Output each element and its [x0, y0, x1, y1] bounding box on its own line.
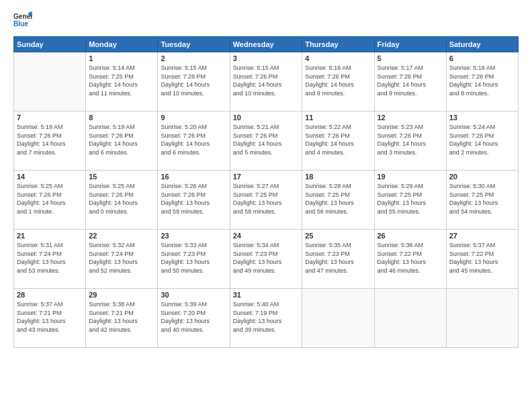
col-header-saturday: Saturday	[446, 37, 518, 52]
day-number: 8	[89, 113, 154, 122]
day-info: Sunrise: 5:25 AM Sunset: 7:26 PM Dayligh…	[89, 182, 154, 216]
day-info: Sunrise: 5:19 AM Sunset: 7:26 PM Dayligh…	[89, 123, 154, 156]
day-number: 26	[378, 232, 443, 240]
day-info: Sunrise: 5:19 AM Sunset: 7:26 PM Dayligh…	[17, 123, 83, 156]
day-number: 24	[233, 232, 299, 240]
day-info: Sunrise: 5:17 AM Sunset: 7:26 PM Dayligh…	[378, 64, 443, 97]
calendar-cell: 21Sunrise: 5:31 AM Sunset: 7:24 PM Dayli…	[14, 230, 86, 289]
day-number: 1	[89, 54, 154, 62]
calendar-cell: 8Sunrise: 5:19 AM Sunset: 7:26 PM Daylig…	[86, 111, 158, 171]
calendar-cell	[374, 289, 446, 348]
calendar-cell: 19Sunrise: 5:29 AM Sunset: 7:25 PM Dayli…	[374, 171, 446, 230]
day-number: 16	[161, 173, 226, 181]
day-info: Sunrise: 5:18 AM Sunset: 7:26 PM Dayligh…	[449, 64, 515, 97]
day-number: 19	[378, 173, 443, 181]
day-number: 5	[378, 54, 443, 62]
calendar-cell: 16Sunrise: 5:26 AM Sunset: 7:26 PM Dayli…	[158, 171, 230, 230]
day-info: Sunrise: 5:23 AM Sunset: 7:26 PM Dayligh…	[378, 123, 443, 156]
day-info: Sunrise: 5:15 AM Sunset: 7:26 PM Dayligh…	[233, 64, 299, 97]
day-info: Sunrise: 5:28 AM Sunset: 7:25 PM Dayligh…	[305, 182, 371, 216]
day-info: Sunrise: 5:39 AM Sunset: 7:20 PM Dayligh…	[161, 300, 226, 334]
day-info: Sunrise: 5:25 AM Sunset: 7:26 PM Dayligh…	[17, 182, 83, 216]
week-row-2: 7Sunrise: 5:19 AM Sunset: 7:26 PM Daylig…	[14, 111, 519, 171]
header: General Blue	[13, 11, 519, 30]
week-row-5: 28Sunrise: 5:37 AM Sunset: 7:21 PM Dayli…	[14, 289, 519, 348]
col-header-tuesday: Tuesday	[158, 37, 230, 52]
calendar-cell: 12Sunrise: 5:23 AM Sunset: 7:26 PM Dayli…	[374, 111, 446, 171]
day-info: Sunrise: 5:26 AM Sunset: 7:26 PM Dayligh…	[161, 182, 226, 216]
day-number: 17	[233, 173, 299, 181]
calendar-cell: 30Sunrise: 5:39 AM Sunset: 7:20 PM Dayli…	[158, 289, 230, 348]
day-number: 29	[89, 291, 154, 299]
col-header-monday: Monday	[86, 37, 158, 52]
day-number: 10	[233, 113, 299, 122]
day-number: 30	[161, 291, 226, 299]
calendar-cell: 11Sunrise: 5:22 AM Sunset: 7:26 PM Dayli…	[302, 111, 374, 171]
day-info: Sunrise: 5:36 AM Sunset: 7:22 PM Dayligh…	[378, 241, 443, 275]
day-info: Sunrise: 5:40 AM Sunset: 7:19 PM Dayligh…	[233, 300, 299, 334]
calendar-cell: 17Sunrise: 5:27 AM Sunset: 7:25 PM Dayli…	[230, 171, 302, 230]
svg-text:Blue: Blue	[13, 20, 28, 28]
day-number: 2	[161, 54, 226, 62]
day-number: 27	[449, 232, 515, 240]
day-number: 11	[305, 113, 371, 122]
calendar-cell	[14, 52, 86, 111]
day-number: 13	[449, 113, 515, 122]
day-number: 6	[449, 54, 515, 62]
calendar-table: SundayMondayTuesdayWednesdayThursdayFrid…	[13, 36, 519, 348]
day-info: Sunrise: 5:14 AM Sunset: 7:25 PM Dayligh…	[89, 64, 154, 97]
day-info: Sunrise: 5:30 AM Sunset: 7:25 PM Dayligh…	[449, 182, 515, 216]
day-number: 18	[305, 173, 371, 181]
calendar-cell	[302, 289, 374, 348]
day-number: 28	[17, 291, 83, 299]
day-info: Sunrise: 5:37 AM Sunset: 7:22 PM Dayligh…	[449, 241, 515, 275]
calendar-cell: 22Sunrise: 5:32 AM Sunset: 7:24 PM Dayli…	[86, 230, 158, 289]
calendar-cell: 2Sunrise: 5:15 AM Sunset: 7:26 PM Daylig…	[158, 52, 230, 111]
day-info: Sunrise: 5:22 AM Sunset: 7:26 PM Dayligh…	[305, 123, 371, 156]
calendar-cell: 4Sunrise: 5:16 AM Sunset: 7:26 PM Daylig…	[302, 52, 374, 111]
day-info: Sunrise: 5:38 AM Sunset: 7:21 PM Dayligh…	[89, 300, 154, 334]
calendar-cell	[446, 289, 518, 348]
day-info: Sunrise: 5:24 AM Sunset: 7:26 PM Dayligh…	[449, 123, 515, 156]
calendar-cell: 5Sunrise: 5:17 AM Sunset: 7:26 PM Daylig…	[374, 52, 446, 111]
calendar-cell: 23Sunrise: 5:33 AM Sunset: 7:23 PM Dayli…	[158, 230, 230, 289]
day-number: 23	[161, 232, 226, 240]
logo-icon: General Blue	[13, 11, 32, 30]
header-row: SundayMondayTuesdayWednesdayThursdayFrid…	[14, 37, 519, 52]
day-number: 9	[161, 113, 226, 122]
col-header-sunday: Sunday	[14, 37, 86, 52]
calendar-cell: 13Sunrise: 5:24 AM Sunset: 7:26 PM Dayli…	[446, 111, 518, 171]
col-header-friday: Friday	[374, 37, 446, 52]
day-number: 12	[378, 113, 443, 122]
calendar-cell: 3Sunrise: 5:15 AM Sunset: 7:26 PM Daylig…	[230, 52, 302, 111]
calendar-cell: 14Sunrise: 5:25 AM Sunset: 7:26 PM Dayli…	[14, 171, 86, 230]
calendar-cell: 25Sunrise: 5:35 AM Sunset: 7:23 PM Dayli…	[302, 230, 374, 289]
day-number: 4	[305, 54, 371, 62]
day-number: 15	[89, 173, 154, 181]
day-info: Sunrise: 5:15 AM Sunset: 7:26 PM Dayligh…	[161, 64, 226, 97]
day-number: 20	[449, 173, 515, 181]
day-number: 14	[17, 173, 83, 181]
day-info: Sunrise: 5:32 AM Sunset: 7:24 PM Dayligh…	[89, 241, 154, 275]
calendar-cell: 9Sunrise: 5:20 AM Sunset: 7:26 PM Daylig…	[158, 111, 230, 171]
day-info: Sunrise: 5:27 AM Sunset: 7:25 PM Dayligh…	[233, 182, 299, 216]
day-number: 25	[305, 232, 371, 240]
day-info: Sunrise: 5:16 AM Sunset: 7:26 PM Dayligh…	[305, 64, 371, 97]
calendar-cell: 10Sunrise: 5:21 AM Sunset: 7:26 PM Dayli…	[230, 111, 302, 171]
day-info: Sunrise: 5:33 AM Sunset: 7:23 PM Dayligh…	[161, 241, 226, 275]
week-row-1: 1Sunrise: 5:14 AM Sunset: 7:25 PM Daylig…	[14, 52, 519, 111]
day-info: Sunrise: 5:29 AM Sunset: 7:25 PM Dayligh…	[378, 182, 443, 216]
day-number: 3	[233, 54, 299, 62]
calendar-cell: 24Sunrise: 5:34 AM Sunset: 7:23 PM Dayli…	[230, 230, 302, 289]
col-header-wednesday: Wednesday	[230, 37, 302, 52]
calendar-cell: 26Sunrise: 5:36 AM Sunset: 7:22 PM Dayli…	[374, 230, 446, 289]
day-info: Sunrise: 5:37 AM Sunset: 7:21 PM Dayligh…	[17, 300, 83, 334]
calendar-cell: 7Sunrise: 5:19 AM Sunset: 7:26 PM Daylig…	[14, 111, 86, 171]
logo: General Blue	[13, 11, 35, 30]
day-number: 22	[89, 232, 154, 240]
page-container: General Blue SundayMondayTuesdayWednesda…	[0, 0, 532, 359]
calendar-cell: 18Sunrise: 5:28 AM Sunset: 7:25 PM Dayli…	[302, 171, 374, 230]
day-info: Sunrise: 5:34 AM Sunset: 7:23 PM Dayligh…	[233, 241, 299, 275]
calendar-cell: 15Sunrise: 5:25 AM Sunset: 7:26 PM Dayli…	[86, 171, 158, 230]
day-info: Sunrise: 5:21 AM Sunset: 7:26 PM Dayligh…	[233, 123, 299, 156]
